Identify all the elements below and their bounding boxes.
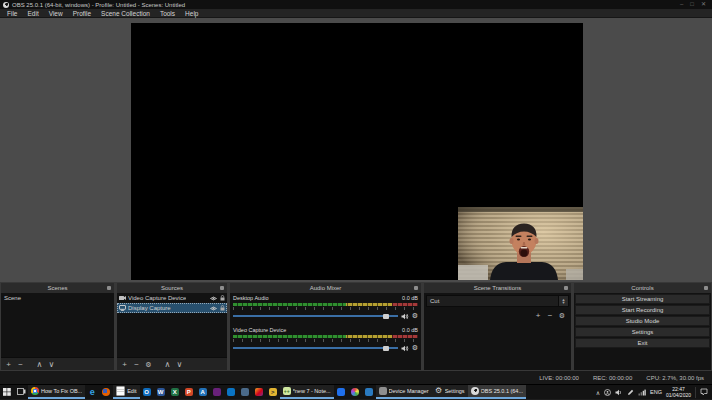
taskbar-vscode-button[interactable]: [224, 385, 238, 399]
tray-language-indicator[interactable]: ENG: [650, 389, 662, 395]
settings-button[interactable]: Settings: [575, 327, 710, 337]
remove-scene-button[interactable]: −: [16, 359, 25, 370]
volume-slider[interactable]: [233, 345, 398, 351]
speaker-mute-icon[interactable]: [401, 345, 409, 352]
speaker-mute-icon[interactable]: [401, 313, 409, 320]
menu-scene-collection[interactable]: Scene Collection: [96, 9, 155, 18]
studio-mode-button[interactable]: Studio Mode: [575, 316, 710, 326]
exit-button[interactable]: Exit: [575, 338, 710, 348]
taskbar-device-manager-task[interactable]: Device Manager: [376, 385, 432, 399]
tray-speaker-icon[interactable]: [615, 389, 623, 396]
visibility-eye-icon[interactable]: [210, 296, 217, 301]
obs-logo-icon: [3, 2, 9, 8]
tray-clock[interactable]: 22:47 01/04/2020: [666, 386, 691, 398]
taskbar-edge-button[interactable]: e: [85, 385, 99, 399]
remove-transition-button[interactable]: −: [546, 310, 554, 321]
menu-edit[interactable]: Edit: [22, 9, 43, 18]
add-source-button[interactable]: +: [120, 359, 129, 370]
taskbar-chrome-task[interactable]: How To Fix OB...: [28, 385, 85, 399]
taskbar-settings-task[interactable]: ⚙ Settings: [432, 385, 468, 399]
taskbar-app-button-1[interactable]: [238, 385, 252, 399]
scene-list-item[interactable]: Scene: [1, 293, 114, 303]
pin-icon[interactable]: [107, 286, 111, 290]
transition-spinner[interactable]: ▲ ▼: [558, 296, 568, 306]
taskbar-terminal-button[interactable]: >: [266, 385, 280, 399]
start-recording-button[interactable]: Start Recording: [575, 305, 710, 315]
menu-view[interactable]: View: [44, 9, 68, 18]
taskbar-outlook-button[interactable]: O: [140, 385, 154, 399]
tray-hidden-icons-chevron[interactable]: ∧: [596, 389, 600, 396]
scene-down-button[interactable]: ∨: [47, 359, 56, 370]
transition-selected-value: Cut: [427, 298, 439, 304]
scene-up-button[interactable]: ∧: [35, 359, 44, 370]
scene-transitions-panel: Scene Transitions Cut ▲ ▼ + − ⚙: [424, 283, 571, 370]
source-row-display-capture[interactable]: Display Capture: [117, 303, 227, 313]
task-view-button[interactable]: [14, 385, 28, 399]
visibility-eye-icon[interactable]: [210, 306, 217, 311]
windows-logo-icon: [3, 388, 11, 396]
taskbar-notepadpp-task[interactable]: ++ *new 7 - Note...: [280, 385, 334, 399]
edge-icon: e: [88, 388, 96, 396]
sources-list[interactable]: Video Capture Device Display Capture: [117, 293, 227, 357]
taskbar-powerpoint-button[interactable]: P: [182, 385, 196, 399]
remove-source-button[interactable]: −: [132, 359, 141, 370]
source-down-button[interactable]: ∨: [175, 359, 184, 370]
pin-icon[interactable]: [564, 286, 568, 290]
lock-icon[interactable]: [220, 295, 225, 301]
pin-icon[interactable]: [704, 286, 708, 290]
taskbar-visual-studio-button[interactable]: [210, 385, 224, 399]
slider-handle[interactable]: [383, 314, 389, 319]
preview-background: [0, 18, 712, 282]
tray-user-icon[interactable]: [604, 389, 611, 396]
pin-icon[interactable]: [414, 286, 418, 290]
tray-pen-icon[interactable]: [627, 389, 634, 396]
channel-level: 0.0 dB: [402, 295, 418, 302]
menu-tools[interactable]: Tools: [155, 9, 180, 18]
sources-header[interactable]: Sources: [117, 283, 227, 293]
add-transition-button[interactable]: +: [534, 310, 542, 321]
preview-canvas[interactable]: [131, 23, 583, 280]
scene-transitions-header[interactable]: Scene Transitions: [424, 283, 571, 293]
start-streaming-button[interactable]: Start Streaming: [575, 294, 710, 304]
taskbar-app-button-2[interactable]: [252, 385, 266, 399]
audio-mixer-header[interactable]: Audio Mixer: [230, 283, 421, 293]
taskbar-word-button[interactable]: W: [154, 385, 168, 399]
menu-profile[interactable]: Profile: [68, 9, 96, 18]
tray-network-icon[interactable]: [638, 389, 646, 396]
taskbar-obs-task[interactable]: OBS 25.0.1 (64...: [468, 385, 527, 399]
taskbar-notepad-task[interactable]: Edit: [113, 385, 139, 399]
pin-icon[interactable]: [220, 286, 224, 290]
scenes-list[interactable]: Scene: [1, 293, 114, 357]
taskbar-excel-button[interactable]: X: [168, 385, 182, 399]
controls-header[interactable]: Controls: [574, 283, 711, 293]
menu-file[interactable]: File: [2, 9, 22, 18]
channel-settings-gear-icon[interactable]: ⚙: [412, 344, 418, 352]
start-button[interactable]: [0, 385, 14, 399]
firefox-icon: [102, 388, 110, 396]
add-scene-button[interactable]: +: [4, 359, 13, 370]
scenes-header[interactable]: Scenes: [1, 283, 114, 293]
action-center-icon[interactable]: [700, 388, 708, 396]
taskbar-3d-builder-button[interactable]: [334, 385, 348, 399]
app-icon: [255, 388, 263, 396]
menu-help[interactable]: Help: [180, 9, 203, 18]
minimize-button[interactable]: –: [680, 0, 683, 9]
channel-settings-gear-icon[interactable]: ⚙: [412, 312, 418, 320]
taskbar-firefox-button[interactable]: [99, 385, 113, 399]
volume-slider[interactable]: [233, 313, 398, 319]
settings-task-label: Settings: [445, 388, 465, 394]
transition-properties-gear-icon[interactable]: ⚙: [558, 310, 566, 321]
source-properties-gear-icon[interactable]: ⚙: [144, 359, 153, 370]
taskbar-azure-button[interactable]: A: [196, 385, 210, 399]
lock-icon[interactable]: [220, 305, 225, 311]
spinner-down-icon[interactable]: ▼: [562, 301, 566, 305]
scene-transitions-title: Scene Transitions: [474, 285, 522, 291]
transition-dropdown[interactable]: Cut ▲ ▼: [426, 295, 569, 307]
close-button[interactable]: ✕: [701, 0, 706, 9]
source-up-button[interactable]: ∧: [163, 359, 172, 370]
taskbar-display-app-button[interactable]: [362, 385, 376, 399]
taskbar-color-wheel-button[interactable]: [348, 385, 362, 399]
source-row-video-capture[interactable]: Video Capture Device: [117, 293, 227, 303]
slider-handle[interactable]: [383, 346, 389, 351]
maximize-button[interactable]: □: [690, 0, 694, 9]
